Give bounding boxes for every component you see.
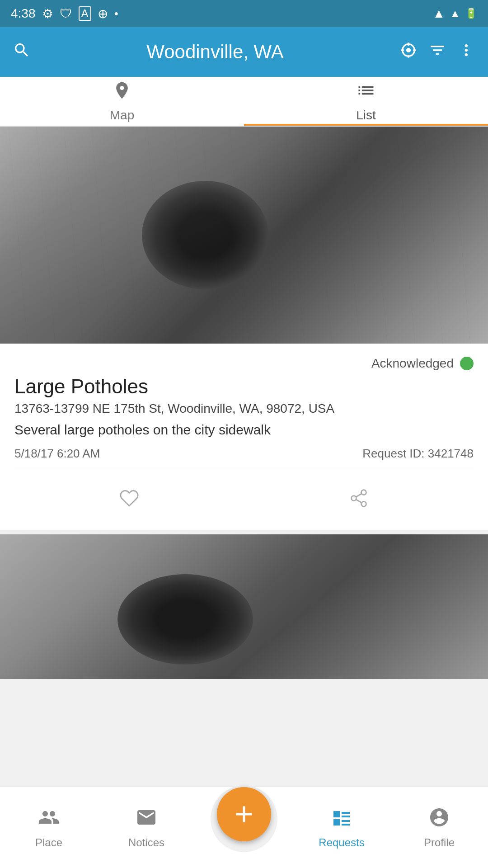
- tab-list[interactable]: List: [244, 77, 488, 126]
- signal-icon: ▲: [450, 7, 460, 20]
- card-image-1: [0, 127, 488, 344]
- list-icon: [356, 80, 376, 104]
- fab-wrap: [211, 785, 277, 852]
- nav-item-requests[interactable]: Requests: [293, 807, 390, 849]
- top-bar: Woodinville, WA: [0, 27, 488, 77]
- svg-rect-16: [342, 824, 350, 826]
- card-request-id-1: Request ID: 3421748: [362, 447, 474, 461]
- card-image-2: [0, 534, 488, 679]
- nav-item-add[interactable]: [195, 794, 293, 861]
- wifi-icon: ▲: [433, 6, 446, 21]
- status-label-1: Acknowledged: [371, 356, 454, 371]
- people-pin-icon: [38, 807, 60, 833]
- add-fab-button[interactable]: [217, 787, 271, 841]
- svg-point-8: [361, 501, 366, 506]
- card-meta-1: 5/18/17 6:20 AM Request ID: 3421748: [14, 447, 474, 470]
- card-title-1: Large Potholes: [14, 375, 474, 398]
- nav-requests-label: Requests: [319, 836, 364, 849]
- list-item-2[interactable]: [0, 534, 488, 679]
- status-dot-1: [460, 357, 474, 370]
- list-alt-icon: [331, 807, 352, 833]
- location-title: Woodinville, WA: [42, 41, 389, 63]
- nav-item-profile[interactable]: Profile: [390, 807, 488, 849]
- svg-rect-13: [342, 812, 350, 814]
- svg-line-9: [356, 500, 362, 503]
- pothole-photo-2: [0, 534, 488, 679]
- my-location-icon[interactable]: [399, 41, 418, 63]
- svg-rect-15: [342, 820, 350, 822]
- status-left: 4:38 ⚙ 🛡 A ⊕ ●: [11, 6, 118, 21]
- nav-place-label: Place: [35, 836, 62, 849]
- nav-profile-label: Profile: [424, 836, 455, 849]
- filter-icon[interactable]: [428, 41, 446, 63]
- nav-item-place[interactable]: Place: [0, 807, 98, 849]
- svg-rect-12: [333, 819, 340, 826]
- svg-point-1: [406, 48, 411, 52]
- share-button-1[interactable]: [322, 484, 396, 513]
- tab-map[interactable]: Map: [0, 77, 244, 126]
- tab-list-label: List: [356, 108, 376, 123]
- tab-map-label: Map: [110, 108, 134, 123]
- map-pin-icon: [112, 80, 132, 104]
- time: 4:38: [11, 6, 36, 21]
- card-status-row-1: Acknowledged: [14, 356, 474, 371]
- bottom-nav: Place Notices: [0, 787, 488, 868]
- svg-point-7: [352, 496, 357, 501]
- battery-icon: 🔋: [465, 8, 477, 19]
- card-address-1: 13763-13799 NE 175th St, Woodinville, WA…: [14, 401, 474, 416]
- pothole-photo-1: [0, 127, 488, 344]
- at-icon: ⊕: [98, 6, 108, 21]
- status-bar: 4:38 ⚙ 🛡 A ⊕ ● ▲ ▲ 🔋: [0, 0, 488, 27]
- svg-rect-14: [342, 816, 350, 817]
- svg-line-10: [356, 494, 362, 497]
- like-button-1[interactable]: [92, 484, 166, 513]
- card-description-1: Several large potholes on the city sidew…: [14, 422, 474, 438]
- nav-item-notices[interactable]: Notices: [98, 807, 195, 849]
- view-tabs: Map List: [0, 77, 488, 127]
- text-icon: A: [79, 6, 91, 21]
- nav-notices-label: Notices: [128, 836, 164, 849]
- list-content: Acknowledged Large Potholes 13763-13799 …: [0, 127, 488, 787]
- card-body-1: Acknowledged Large Potholes 13763-13799 …: [0, 344, 488, 530]
- shield-icon: 🛡: [60, 6, 72, 21]
- svg-rect-11: [333, 811, 340, 817]
- status-right: ▲ ▲ 🔋: [433, 6, 477, 21]
- more-vert-icon[interactable]: [457, 41, 475, 63]
- account-circle-icon: [428, 807, 450, 833]
- svg-point-6: [361, 490, 366, 495]
- card-date-1: 5/18/17 6:20 AM: [14, 447, 100, 461]
- card-actions-1: [14, 479, 474, 517]
- settings-icon: ⚙: [42, 6, 53, 21]
- dot-icon: ●: [114, 9, 119, 18]
- list-item[interactable]: Acknowledged Large Potholes 13763-13799 …: [0, 127, 488, 530]
- mail-icon: [136, 807, 157, 833]
- search-icon[interactable]: [13, 41, 31, 63]
